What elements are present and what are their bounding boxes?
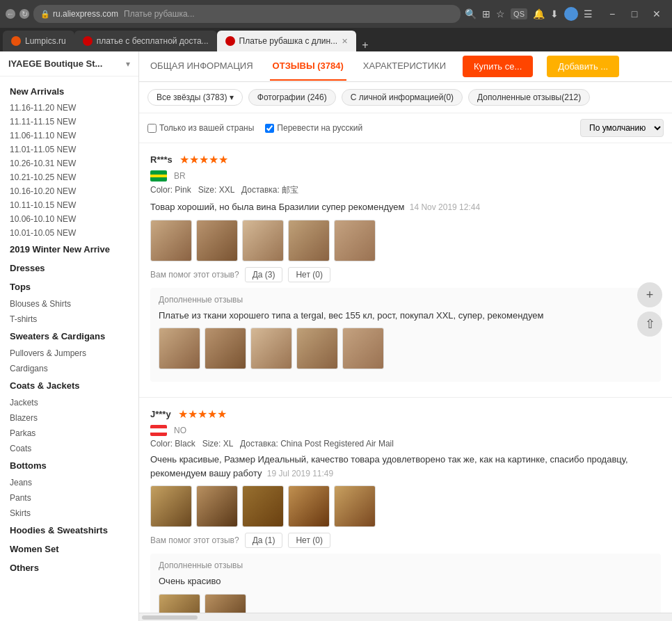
review-img[interactable] — [196, 220, 238, 261]
bookmark-icon[interactable]: ☆ — [496, 8, 505, 19]
sidebar-item-parkas[interactable]: Parkas — [0, 426, 138, 441]
sidebar-item-jackets[interactable]: Jackets — [0, 395, 138, 410]
add-button[interactable]: Добавить ... — [547, 56, 619, 77]
review-img[interactable] — [150, 485, 192, 527]
sidebar-item-blouses[interactable]: Blouses & Shirts — [0, 296, 138, 312]
notification-icon[interactable]: 🔔 — [533, 8, 545, 19]
review-img[interactable] — [296, 328, 338, 369]
review-img[interactable] — [205, 328, 246, 369]
sidebar-item-tops[interactable]: Tops — [0, 277, 138, 296]
profile-icon[interactable] — [564, 7, 578, 21]
sidebar-item-jeans[interactable]: Jeans — [0, 475, 138, 490]
translate-checkbox[interactable] — [265, 124, 274, 133]
sidebar-date-1001[interactable]: 10.01-10.05 NEW — [0, 226, 138, 240]
filter-additional[interactable]: Дополненные отзывы(212) — [468, 89, 590, 106]
review-1-helpful: Вам помог этот отзыв? Да (3) Нет (0) — [150, 267, 661, 282]
minimize-button[interactable]: − — [602, 4, 622, 24]
review-1-delivery: 邮宝 — [282, 185, 298, 195]
close-button[interactable]: ✕ — [647, 4, 666, 24]
sidebar-date-1011[interactable]: 10.11-10.15 NEW — [0, 198, 138, 212]
country-filter-label[interactable]: Только из вашей страны — [147, 123, 254, 133]
sidebar-date-1101[interactable]: 11.01-11.05 NEW — [0, 143, 138, 156]
sidebar-item-others[interactable]: Others — [0, 558, 138, 577]
sidebar-item-tshirts[interactable]: T-shirts — [0, 312, 138, 327]
helpful-yes-2[interactable]: Да (1) — [245, 533, 283, 548]
back-button[interactable]: ← — [6, 9, 15, 19]
sidebar-date-1006[interactable]: 10.06-10.10 NEW — [0, 212, 138, 226]
review-img[interactable] — [288, 220, 330, 261]
helpful-yes-1[interactable]: Да (3) — [245, 267, 283, 282]
new-tab-button[interactable]: + — [356, 39, 374, 51]
review-options: Только из вашей страны Перевести на русс… — [139, 113, 672, 143]
maximize-button[interactable]: □ — [625, 4, 644, 24]
tab-reviews[interactable]: ОТЗЫВЫ (3784) — [270, 52, 346, 81]
sidebar-item-winter[interactable]: 2019 Winter New Arrive — [0, 240, 138, 259]
buy-button[interactable]: Купить се... — [463, 56, 533, 77]
sidebar-item-cardigans[interactable]: Cardigans — [0, 361, 138, 376]
tab-icon-lumpics — [11, 36, 21, 46]
review-img[interactable] — [196, 485, 238, 527]
translate-label[interactable]: Перевести на русский — [265, 123, 362, 133]
reviewer-1-name: R***s — [150, 154, 173, 165]
sidebar-item-dresses[interactable]: Dresses — [0, 259, 138, 277]
sidebar-date-1116[interactable]: 11.16-11.20 NEW — [0, 101, 138, 115]
filter-personal[interactable]: С личной информацией(0) — [342, 89, 463, 106]
sidebar-item-pullovers[interactable]: Pullovers & Jumpers — [0, 346, 138, 361]
extensions-icon[interactable]: ⊞ — [482, 8, 490, 19]
store-dropdown[interactable]: ▾ — [126, 59, 130, 69]
tab-aliexpress-free[interactable]: платье с бесплатной доста... — [74, 31, 217, 51]
review-img[interactable] — [250, 328, 292, 369]
sidebar-item-hoodies[interactable]: Hoodies & Sweatshirts — [0, 521, 138, 540]
sidebar-item-bottoms[interactable]: Bottoms — [0, 456, 138, 475]
review-img[interactable] — [334, 220, 376, 261]
review-img[interactable] — [242, 220, 284, 261]
sidebar-date-1016[interactable]: 10.16-10.20 NEW — [0, 184, 138, 198]
helpful-no-1[interactable]: Нет (0) — [288, 267, 330, 282]
fab-add-button[interactable]: + — [637, 282, 662, 307]
sort-select[interactable]: По умолчанию — [580, 119, 664, 137]
refresh-button[interactable]: ↻ — [19, 9, 29, 19]
sidebar-date-1026[interactable]: 10.26-10.31 NEW — [0, 156, 138, 170]
reviews-list: + ⇧ R***s ★★★★★ BR Color: Pink Size: XXL… — [139, 143, 672, 613]
review-img[interactable] — [205, 594, 246, 613]
additional-review-1: Дополненные отзывы Платье из ткани хорош… — [150, 288, 661, 382]
sidebar-item-skirts[interactable]: Skirts — [0, 506, 138, 521]
review-img[interactable] — [342, 328, 384, 369]
filter-all-stars[interactable]: Все звёзды (3783) ▾ — [147, 89, 243, 106]
review-img[interactable] — [159, 328, 200, 369]
download-icon[interactable]: ⬇ — [550, 8, 559, 19]
sidebar-date-1021[interactable]: 10.21-10.25 NEW — [0, 170, 138, 184]
fab-up-button[interactable]: ⇧ — [637, 312, 662, 337]
sidebar-item-pants[interactable]: Pants — [0, 490, 138, 506]
sidebar-item-women-set[interactable]: Women Set — [0, 540, 138, 558]
scrollbar-thumb[interactable] — [142, 615, 198, 620]
sidebar-item-coats[interactable]: Coats & Jackets — [0, 376, 138, 395]
sidebar-item-blazers[interactable]: Blazers — [0, 410, 138, 426]
tab-close-dress[interactable]: ✕ — [342, 37, 348, 46]
review-img[interactable] — [288, 485, 330, 527]
review-1-images — [150, 220, 661, 261]
flag-br-1 — [150, 170, 167, 182]
tab-aliexpress-dress[interactable]: Платье рубашка с длин... ✕ — [217, 31, 357, 51]
sidebar-date-1106[interactable]: 11.06-11.10 NEW — [0, 129, 138, 143]
review-2-size-label: Size: — [202, 439, 223, 449]
menu-icon[interactable]: ☰ — [584, 8, 593, 19]
helpful-no-2[interactable]: Нет (0) — [288, 533, 330, 548]
qs-icon[interactable]: QS — [511, 8, 527, 19]
review-img[interactable] — [242, 485, 284, 527]
filter-photos[interactable]: Фотографии (246) — [248, 89, 336, 106]
sidebar-date-1111[interactable]: 11.11-11.15 NEW — [0, 115, 138, 129]
review-img[interactable] — [334, 485, 376, 527]
review-1-meta: Color: Pink Size: XXL Доставка: 邮宝 — [150, 184, 661, 196]
sidebar-item-sweaters[interactable]: Sweaters & Cardigans — [0, 327, 138, 346]
sidebar-item-new-arrivals[interactable]: New Arrivals — [0, 82, 138, 101]
tab-lumpics[interactable]: Lumpics.ru — [3, 31, 74, 51]
url-bar[interactable]: 🔒 ru.aliexpress.com Платье рубашка... — [33, 5, 461, 23]
country-filter-checkbox[interactable] — [147, 124, 157, 133]
sidebar-item-coats-sub[interactable]: Coats — [0, 441, 138, 456]
tab-characteristics[interactable]: ХАРАКТЕРИСТИКИ — [360, 52, 449, 81]
review-img[interactable] — [150, 220, 192, 261]
tab-general[interactable]: ОБЩАЯ ИНФОРМАЦИЯ — [147, 52, 256, 81]
review-img[interactable] — [159, 594, 200, 613]
search-icon[interactable]: 🔍 — [465, 8, 477, 19]
